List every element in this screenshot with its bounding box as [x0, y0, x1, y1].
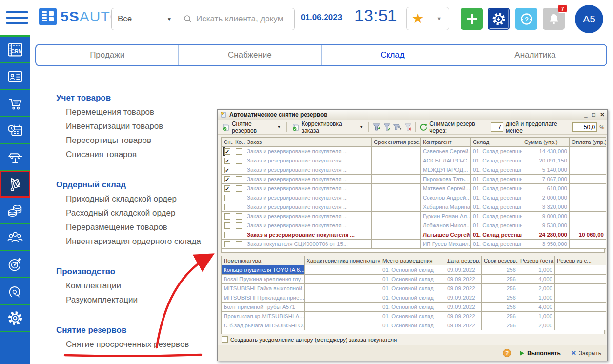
table-cell[interactable] [555, 284, 606, 293]
table-cell[interactable]: Матвеев Сергей... [421, 184, 471, 193]
table-cell[interactable]: 4,000 [518, 303, 555, 312]
filter-clear-button[interactable] [404, 123, 412, 132]
table-cell[interactable]: 01. Склад ресепшн [471, 230, 522, 240]
column-header[interactable]: Резерв (оста... [518, 256, 555, 265]
dialog-title-bar[interactable]: Автоматическое снятие резервов _ □ ✕ [218, 110, 607, 120]
table-cell[interactable]: МЕЖДУНАРОД... [421, 165, 471, 175]
row-checkbox[interactable] [236, 213, 242, 220]
table-cell[interactable] [555, 265, 606, 275]
table-cell[interactable] [305, 284, 380, 293]
filter-list-button[interactable] [393, 123, 402, 132]
menu-item[interactable]: Комплектации [56, 279, 222, 293]
table-row[interactable]: Bosal Пружина крепления глу...01. Основн… [222, 275, 606, 284]
table-cell[interactable]: Прокл.клап.кр.MITSUBISHI А... [222, 312, 305, 321]
table-cell[interactable] [570, 202, 606, 212]
row-checkbox[interactable] [236, 148, 242, 155]
tab-2[interactable]: Склад [322, 45, 464, 65]
menu-item[interactable]: Инвентаризации товаров [56, 119, 222, 133]
table-cell[interactable]: 01. Основной склад [380, 293, 445, 303]
row-checkbox[interactable] [224, 232, 230, 238]
menu-item[interactable]: Списания товаров [56, 147, 222, 162]
table-cell[interactable] [555, 275, 606, 284]
table-cell[interactable]: 9 530,000 [522, 221, 570, 230]
row-checkbox[interactable] [236, 167, 242, 173]
table-cell[interactable]: 01. Склад ресепшн [471, 240, 522, 249]
table-cell[interactable] [372, 193, 421, 202]
table-cell[interactable]: 09.09.2022 [445, 284, 482, 293]
search-input[interactable]: Искать клиента, докум [178, 8, 294, 30]
menu-item[interactable]: Расходный складской ордер [56, 206, 222, 220]
sidebar-item-finance[interactable] [0, 198, 30, 224]
hamburger-menu-icon[interactable] [6, 8, 28, 26]
table-cell[interactable]: ИП Гусев Михаил... [421, 240, 471, 249]
column-header[interactable]: Дата резерв... [445, 256, 482, 265]
table-cell[interactable] [570, 147, 606, 156]
table-cell[interactable]: 01. Склад ресепшн [471, 175, 522, 184]
table-cell[interactable]: 09.09.2022 [445, 293, 482, 303]
table-cell[interactable]: Заказ и резервирование покупателя ... [245, 165, 372, 175]
table-cell[interactable] [372, 175, 421, 184]
table-cell[interactable]: 4,000 [518, 275, 555, 284]
table-cell[interactable]: 01. Склад ресепшн [471, 221, 522, 230]
table-row[interactable]: ✓Заказ и резервирование покупателя ...Ма… [222, 184, 606, 193]
table-cell[interactable]: 3 950,000 [522, 240, 570, 249]
sidebar-item-settings[interactable] [0, 305, 30, 332]
row-checkbox[interactable] [236, 232, 242, 238]
table-cell[interactable] [305, 275, 380, 284]
table-cell[interactable]: Кольцо глушителя TOYOTA 6... [222, 265, 305, 275]
column-header[interactable]: Склад [471, 138, 522, 147]
table-cell[interactable] [555, 312, 606, 321]
table-row[interactable]: Кольцо глушителя TOYOTA 6...01. Основной… [222, 265, 606, 275]
row-checkbox[interactable]: ✓ [224, 158, 230, 164]
table-cell[interactable]: 01. Склад ресепшн [471, 212, 522, 221]
table-cell[interactable]: 01. Основной склад [380, 303, 445, 312]
tab-1[interactable]: Снабжение [179, 45, 321, 65]
table-cell[interactable]: 256 [482, 293, 518, 303]
sidebar-item-team[interactable] [0, 224, 30, 251]
user-avatar[interactable]: A5 [575, 5, 603, 33]
table-row[interactable]: Заказ покупателя СЦИ0000706 от 15...ИП Г… [222, 240, 606, 249]
table-cell[interactable]: 24 280,000 [522, 230, 570, 240]
table-cell[interactable]: С-б.зад.рычага MITSUBISHI О... [222, 321, 305, 330]
sidebar-item-sales-cart[interactable] [0, 90, 30, 117]
table-cell[interactable]: Лобжанов Никол... [421, 221, 471, 230]
table-cell[interactable] [570, 175, 606, 184]
row-checkbox[interactable] [236, 222, 242, 229]
row-checkbox[interactable] [224, 222, 230, 229]
table-cell[interactable]: 09.09.2022 [445, 265, 482, 275]
menu-item[interactable]: Приходный складской ордер [56, 192, 222, 206]
table-cell[interactable] [372, 147, 421, 156]
sidebar-item-contacts[interactable] [0, 63, 30, 90]
table-row[interactable]: ✓Заказ и резервирование покупателя ...Са… [222, 147, 606, 156]
maximize-icon[interactable]: □ [592, 111, 595, 118]
table-cell[interactable]: Заказ и резервирование покупателя ... [245, 147, 372, 156]
table-cell[interactable]: АСК БЕЛАГРО-С... [421, 156, 471, 165]
table-cell[interactable] [372, 156, 421, 165]
table-cell[interactable]: 01. Склад ресепшн [471, 156, 522, 165]
table-cell[interactable]: 01. Основной склад [380, 312, 445, 321]
table-cell[interactable]: Заказ и резервирование покупателя ... [245, 230, 372, 240]
table-cell[interactable]: 10 060,00 [570, 230, 606, 240]
table-row[interactable]: С-б.зад.рычага MITSUBISHI О...01. Основн… [222, 321, 606, 330]
table-cell[interactable]: 610,000 [522, 184, 570, 193]
table-cell[interactable] [570, 212, 606, 221]
table-row[interactable]: Заказ и резервирование покупателя ...Лоб… [222, 221, 606, 230]
table-cell[interactable]: 09.09.2022 [445, 321, 482, 330]
menu-item[interactable]: Снятие просроченных резервов [56, 337, 222, 351]
table-cell[interactable]: Хабарина Марина... [421, 202, 471, 212]
row-checkbox[interactable] [236, 204, 242, 210]
row-checkbox[interactable] [224, 241, 230, 247]
percent-input[interactable] [572, 122, 597, 132]
row-checkbox[interactable] [236, 241, 242, 247]
table-cell[interactable]: 01. Основной склад [380, 275, 445, 284]
column-header[interactable]: Контрагент [421, 138, 471, 147]
table-cell[interactable]: 9 000,000 [522, 212, 570, 221]
table-cell[interactable]: Bosal Пружина крепления глу... [222, 275, 305, 284]
table-cell[interactable] [555, 293, 606, 303]
run-button[interactable]: Выполнить [517, 350, 563, 357]
table-cell[interactable] [372, 165, 421, 175]
column-header[interactable]: Оплата (упр.) [570, 138, 606, 147]
table-cell[interactable] [305, 321, 380, 330]
row-checkbox[interactable] [236, 185, 242, 192]
row-checkbox[interactable] [224, 213, 230, 220]
